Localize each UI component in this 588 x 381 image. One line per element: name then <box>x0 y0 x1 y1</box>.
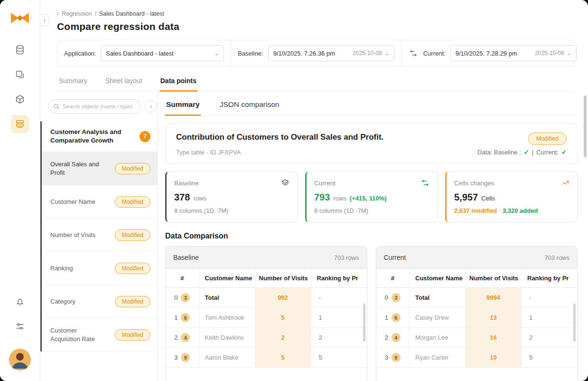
current-table-scrollbar[interactable] <box>573 304 576 342</box>
table-row[interactable]: 39 Ryan Carter 10 5 <box>376 348 578 368</box>
detail-tabs: Summary JSON comparison <box>165 97 578 116</box>
table-row[interactable]: 16 Torn Ashbrook 5 1 <box>166 308 367 328</box>
object-item-label: Customer Acquisition Rate <box>50 326 106 343</box>
baseline-group: Baseline: 9/10/2025. 7.26.36 pm 2025-10-… <box>231 40 401 66</box>
object-item-category[interactable]: Category Modified <box>40 285 157 318</box>
table-header-row: # Customer Name Number of Visits Ranking… <box>166 269 367 288</box>
current-select[interactable]: 9/10/2025. 7.28.29 pm 2025-10-09 ⌄ <box>450 45 577 61</box>
row-index: 2 <box>385 334 388 341</box>
current-rows-unit: rows <box>333 195 346 202</box>
user-avatar[interactable] <box>9 349 31 371</box>
compare-arrows-icon <box>421 179 429 187</box>
cell-customer-name: Total <box>199 288 255 308</box>
detail-area: Summary JSON comparison Contribution of … <box>158 92 588 381</box>
table-row[interactable]: 03 Total 9994 - <box>376 288 578 308</box>
baseline-rows-unit: rows <box>193 195 206 202</box>
object-item-customer-name[interactable]: Customer Name Modified <box>40 185 157 219</box>
cell-visits: 10 <box>466 348 522 368</box>
modified-badge: Modified <box>115 229 150 241</box>
page-scrollbar[interactable] <box>584 95 587 157</box>
cell-customer-name: Morgan Lee <box>410 328 466 348</box>
object-group-header[interactable]: Customer Analysis and Comparative Growth… <box>40 121 157 152</box>
row-change-badge: 4 <box>181 333 190 342</box>
object-item-customer-acquisition-rate[interactable]: Customer Acquisition Rate Modified <box>40 318 157 352</box>
detail-tab-summary[interactable]: Summary <box>165 97 201 116</box>
table-row[interactable]: 24 Morgan Lee 16 2 <box>376 328 578 348</box>
breadcrumb-section[interactable]: Regression <box>62 10 92 17</box>
breadcrumb-current[interactable]: Sales Dashboard - latest <box>99 10 164 17</box>
row-index: 0 <box>385 294 388 301</box>
table-title: Current <box>384 254 406 261</box>
detail-tab-json-comparison[interactable]: JSON comparison <box>219 97 280 115</box>
cells-changes: 2,637 modified · 3,320 added <box>454 207 569 214</box>
cell-rank: 5 <box>522 348 578 368</box>
datasets-icon[interactable] <box>11 115 29 133</box>
breadcrumb-back-icon[interactable]: ‹ <box>57 10 59 17</box>
tab-summary[interactable]: Summary <box>58 73 88 91</box>
trending-up-icon <box>561 179 569 187</box>
database-icon[interactable] <box>11 41 29 59</box>
panel-collapse-button[interactable]: ‹ <box>145 100 157 113</box>
search-box[interactable] <box>48 99 141 114</box>
row-index: 1 <box>385 314 388 321</box>
object-item-number-of-visits[interactable]: Number of Visits Modified <box>40 219 157 252</box>
object-item-overall-sales[interactable]: Overall Sales and Profit Modified <box>40 152 157 185</box>
stat-title: Current <box>314 180 336 187</box>
cell-visits: 2 <box>255 328 311 348</box>
windows-icon[interactable] <box>11 66 29 84</box>
cells-added: 3,320 added <box>503 207 538 214</box>
table-header-row: # Customer Name Number of Visits Ranking… <box>376 269 578 288</box>
cell-customer-name: Casey Drew <box>410 308 466 328</box>
objects-panel-scrollbar[interactable] <box>40 121 42 352</box>
breadcrumb-separator: / <box>94 10 96 17</box>
table-row[interactable]: 39 Aaron Blake 5 5 <box>166 348 367 368</box>
search-row: ‹ <box>40 99 157 114</box>
search-input[interactable] <box>63 104 136 109</box>
baseline-table-scrollbar[interactable] <box>363 304 365 342</box>
stat-card-baseline: Baseline 378 rows 8 columns (1D ·7M) <box>165 171 298 222</box>
stat-title: Cells changes <box>454 180 495 187</box>
sidebar-expand-toggle[interactable]: › <box>40 14 49 26</box>
baseline-select[interactable]: 9/10/2025. 7.26.36 pm 2025-10-09 ⌄ <box>268 45 394 61</box>
chevron-down-icon: ⌄ <box>384 50 389 57</box>
table-row[interactable]: 16 Casey Drew 13 1 <box>376 308 578 328</box>
breadcrumb: ‹ Regression / Sales Dashboard - latest <box>57 10 574 17</box>
col-header-index: # <box>166 269 199 288</box>
table-rows-count: 703 rows <box>544 254 569 261</box>
tables-row: Baseline 703 rows # Customer Name Number… <box>165 246 578 381</box>
col-header-number-of-visits: Number of Visits <box>255 269 311 288</box>
swap-icon[interactable] <box>408 48 419 58</box>
object-group-label: Customer Analysis and Comparative Growth <box>50 128 126 145</box>
col-header-ranking: Ranking by Pr <box>311 269 367 288</box>
object-title: Contribution of Customers to Overall Sal… <box>176 133 383 142</box>
col-header-customer-name: Customer Name <box>410 269 466 288</box>
table-row[interactable]: 24 Keith Dawkins 2 2 <box>166 328 367 348</box>
object-item-label: Customer Name <box>50 198 95 206</box>
cell-rank: 1 <box>522 308 578 328</box>
application-select[interactable]: Sales Dashboard - latest ⌄ <box>101 45 224 61</box>
tab-sheet-layout[interactable]: Sheet layout <box>104 73 143 91</box>
table-row[interactable]: 03 Total 992 - <box>166 288 367 308</box>
comparison-toolbar: Application: Sales Dashboard - latest ⌄ … <box>57 40 574 67</box>
row-index: 0 <box>174 294 177 301</box>
status-badge: Modified <box>528 133 567 145</box>
row-change-badge: 3 <box>181 293 190 302</box>
modified-badge: Modified <box>115 263 150 274</box>
package-icon[interactable] <box>11 90 29 108</box>
cell-rank: 2 <box>311 328 367 348</box>
bell-icon[interactable] <box>11 293 29 311</box>
check-current-label: Current: <box>536 149 559 156</box>
cell-rank: - <box>522 288 578 308</box>
cell-visits: 992 <box>255 288 311 308</box>
layers-icon <box>281 179 289 187</box>
object-item-ranking[interactable]: Ranking Modified <box>40 252 157 285</box>
sliders-icon[interactable] <box>11 317 29 335</box>
table-rows-count: 703 rows <box>334 254 359 261</box>
cells-modified: 2,637 modified <box>454 207 497 214</box>
tab-data-points[interactable]: Data points <box>159 73 197 92</box>
page-header: ‹ Regression / Sales Dashboard - latest … <box>40 0 588 92</box>
modified-badge: Modified <box>115 296 150 307</box>
cells-value: 5,957 <box>454 192 478 203</box>
baseline-table-header: Baseline 703 rows <box>166 247 367 269</box>
chevron-down-icon: ⌄ <box>215 50 219 57</box>
